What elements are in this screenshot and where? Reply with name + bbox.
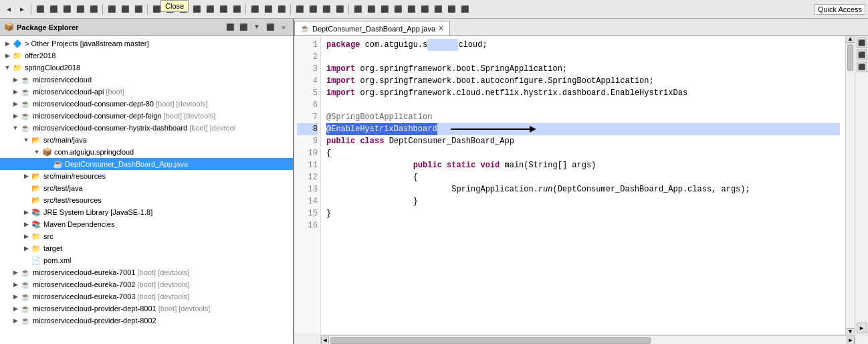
- tree-src-test-java[interactable]: 📂 src/test/java: [0, 182, 293, 194]
- close-panel-btn[interactable]: ✕: [278, 22, 289, 33]
- ln-13: 13: [297, 183, 318, 195]
- import4-text: org.springframework.boot.autoconfigure.S…: [360, 75, 653, 87]
- tb2[interactable]: ⬛: [47, 3, 60, 15]
- tb31[interactable]: ⬛: [459, 3, 471, 15]
- editor-tab[interactable]: ☕ DeptConsumer_DashBoard_App.java ✕ Clos…: [294, 21, 450, 35]
- tree-other-projects[interactable]: ▶ 🔷 > Other Projects [java8stream master…: [0, 37, 293, 50]
- arrow-eureka7001: ▶: [11, 269, 20, 276]
- arrow-target: ▶: [21, 245, 31, 252]
- tree-eureka-7002[interactable]: ▶ ☕ microservicecloud-eureka-7002 [boot]…: [0, 278, 293, 290]
- tb6[interactable]: ⬛: [106, 3, 118, 15]
- tb30[interactable]: ⬛: [445, 3, 457, 15]
- feign-icon: ☕: [20, 110, 31, 121]
- jre-icon: 📚: [31, 207, 41, 218]
- tree-eureka-7001[interactable]: ▶ ☕ microservicecloud-eureka-7001 [boot]…: [0, 266, 293, 278]
- tree-springcloud2018[interactable]: ▼ 📁 springCloud2018: [0, 62, 293, 74]
- tree-src-main-java[interactable]: ▼ 📂 src/main/java: [0, 134, 293, 146]
- tree-src[interactable]: ▶ 📁 src: [0, 230, 293, 242]
- tb13[interactable]: ⬛: [204, 3, 216, 15]
- arrow-annotation: [451, 128, 531, 130]
- minimize-panel-btn[interactable]: ⬛: [225, 22, 235, 33]
- tree-microservicecloud[interactable]: ▶ ☕ microservicecloud: [0, 74, 293, 86]
- tb22[interactable]: ⬛: [334, 3, 346, 15]
- eureka7001-icon: ☕: [20, 267, 31, 278]
- scroll-up-btn[interactable]: ▲: [846, 36, 855, 43]
- hystrix-label: microservicecloud-consumer-hystrix-dashb…: [33, 124, 235, 132]
- tb19[interactable]: ⬛: [294, 3, 306, 15]
- tab-title: DeptConsumer_DashBoard_App.java: [312, 25, 435, 33]
- provider8002-label: microservicecloud-provider-dept-8002: [33, 317, 156, 325]
- tb24[interactable]: ⬛: [365, 3, 377, 15]
- arrow-springcloud2018: ▼: [3, 64, 12, 71]
- arrow-other-projects: ▶: [3, 40, 12, 47]
- scrollbar-thumb-v[interactable]: [847, 44, 853, 71]
- tb16[interactable]: ⬛: [249, 3, 261, 15]
- right-btn-bottom[interactable]: ▶: [857, 323, 867, 333]
- tb17[interactable]: ⬛: [262, 3, 274, 15]
- microservicecloud-icon: ☕: [20, 74, 31, 85]
- tree-src-test-resources[interactable]: 📂 src/test/resources: [0, 194, 293, 206]
- tree-eureka-7003[interactable]: ▶ ☕ microservicecloud-eureka-7003 [boot]…: [0, 290, 293, 303]
- tb5[interactable]: ⬛: [88, 3, 100, 15]
- ln-16: 16: [297, 220, 318, 232]
- tree-microservicecloud-api[interactable]: ▶ ☕ microservicecloud-api [boot]: [0, 86, 293, 98]
- tb27[interactable]: ⬛: [405, 3, 417, 15]
- tb18[interactable]: ⬛: [276, 3, 288, 15]
- tree-com-atguigu[interactable]: ▼ 📦 com.atguigu.springcloud: [0, 146, 293, 158]
- code-area[interactable]: package com.atguigu.s cloud; import org.…: [321, 36, 845, 335]
- offer2018-icon: 📁: [12, 50, 23, 61]
- provider8002-icon: ☕: [20, 315, 31, 326]
- right-btn-3[interactable]: ⬛: [857, 62, 867, 72]
- arrow-hystrix: ▼: [11, 124, 20, 131]
- tb28[interactable]: ⬛: [419, 3, 431, 15]
- tree-maven-deps[interactable]: ▶ 📚 Maven Dependencies: [0, 218, 293, 230]
- tree-target[interactable]: ▶ 📁 target: [0, 242, 293, 254]
- right-btn-2[interactable]: ⬛: [857, 50, 867, 60]
- tb12[interactable]: ⬛: [191, 3, 203, 15]
- editor-scrollbar-h[interactable]: ◀ ▶: [321, 335, 855, 344]
- tb8[interactable]: ⬛: [132, 3, 144, 15]
- scroll-right-btn[interactable]: ▶: [847, 337, 855, 345]
- scroll-down-btn[interactable]: ▼: [846, 328, 855, 335]
- quick-access-field[interactable]: Quick Access: [815, 4, 865, 15]
- view-menu-btn[interactable]: ▼: [251, 22, 262, 33]
- kw-import3: import: [326, 63, 355, 75]
- tb20[interactable]: ⬛: [307, 3, 319, 15]
- tb1[interactable]: ⬛: [34, 3, 46, 15]
- eureka7002-label: microservicecloud-eureka-7002 [boot] [de…: [33, 280, 189, 288]
- tb15[interactable]: ⬛: [231, 3, 243, 15]
- scroll-left-btn[interactable]: ◀: [321, 337, 329, 345]
- tree-provider-8002[interactable]: ▶ ☕ microservicecloud-provider-dept-8002: [0, 315, 293, 327]
- tree-jre[interactable]: ▶ 📚 JRE System Library [JavaSE-1.8]: [0, 206, 293, 218]
- scrollbar-thumb-h[interactable]: [330, 337, 651, 344]
- tree-src-main-resources[interactable]: ▶ 📂 src/main/resources: [0, 170, 293, 182]
- tree-hystrix-dashboard[interactable]: ▼ ☕ microservicecloud-consumer-hystrix-d…: [0, 122, 293, 134]
- back-btn[interactable]: ◀: [3, 3, 15, 15]
- ln-1: 1: [297, 39, 318, 51]
- tab-close-btn[interactable]: ✕: [438, 24, 444, 33]
- tb29[interactable]: ⬛: [432, 3, 444, 15]
- tb3[interactable]: ⬛: [61, 3, 73, 15]
- tree-provider-8001[interactable]: ▶ ☕ microservicecloud-provider-dept-8001…: [0, 303, 293, 315]
- editor-scrollbar-v[interactable]: ▲ ▼: [845, 36, 855, 335]
- tb7[interactable]: ⬛: [119, 3, 131, 15]
- right-btn-1[interactable]: ⬛: [857, 37, 867, 48]
- tb14[interactable]: ⬛: [217, 3, 229, 15]
- tb25[interactable]: ⬛: [378, 3, 391, 15]
- restore-panel-btn[interactable]: ⬛: [265, 22, 276, 33]
- fwd-btn[interactable]: ▶: [16, 3, 28, 15]
- tree-pom-xml[interactable]: 📄 pom.xml: [0, 254, 293, 266]
- package-explorer-panel: 📦 Package Explorer ⬛ ⬛ ▼ ⬛ ✕ ▶ 🔷 > Other…: [0, 19, 294, 344]
- tree-consumer-dept-feign[interactable]: ▶ ☕ microservicecloud-consumer-dept-feig…: [0, 110, 293, 122]
- ln-2: 2: [297, 51, 318, 63]
- tree-deptconsumer-file[interactable]: ☕ DeptConsumer_DashBoard_App.java: [0, 158, 293, 170]
- tb26[interactable]: ⬛: [392, 3, 404, 15]
- tree-consumer-dept-80[interactable]: ▶ ☕ microservicecloud-consumer-dept-80 […: [0, 98, 293, 110]
- maximize-panel-btn[interactable]: ⬛: [238, 22, 249, 33]
- arrow-line: [451, 128, 531, 130]
- tb21[interactable]: ⬛: [320, 3, 332, 15]
- tree-offer2018[interactable]: ▶ 📁 offer2018: [0, 50, 293, 62]
- tb23[interactable]: ⬛: [352, 3, 364, 15]
- target-label: target: [43, 244, 62, 252]
- tb4[interactable]: ⬛: [74, 3, 86, 15]
